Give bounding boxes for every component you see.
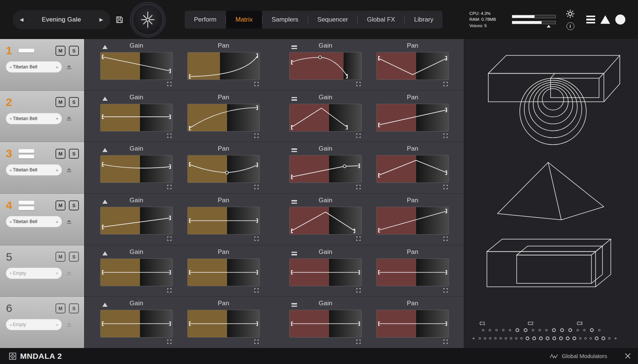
sample-selector[interactable]: ◂ Empty ▸ — [6, 268, 62, 279]
gain-curve-panel[interactable] — [100, 258, 173, 286]
eject-icon[interactable] — [66, 116, 72, 121]
pan-curve-panel[interactable] — [187, 258, 260, 286]
expand-icon[interactable] — [443, 185, 448, 189]
mute-button[interactable]: M — [55, 252, 66, 262]
tab-sequencer[interactable]: Sequencer — [308, 11, 357, 29]
expand-icon[interactable] — [254, 288, 259, 293]
triangle-lfo-icon[interactable] — [102, 200, 108, 204]
tab-library[interactable]: Library — [405, 11, 443, 29]
eject-icon[interactable] — [66, 168, 72, 173]
mute-button[interactable]: M — [55, 149, 66, 159]
expand-icon[interactable] — [254, 339, 259, 344]
expand-icon[interactable] — [167, 133, 172, 138]
bars-lfo-icon[interactable] — [291, 148, 297, 152]
mute-button[interactable]: M — [55, 46, 66, 56]
bars-lfo-icon[interactable] — [291, 303, 297, 307]
pan-curve-panel[interactable] — [376, 310, 449, 338]
bars-lfo-icon[interactable] — [291, 200, 297, 204]
sample-selector[interactable]: ◂ Empty ▸ — [6, 319, 62, 330]
triangle-lfo-icon[interactable] — [102, 303, 108, 307]
preset-next-icon[interactable]: ▶ — [96, 17, 106, 22]
tab-samplers[interactable]: Samplers — [262, 11, 308, 29]
sample-selector[interactable]: ◂ Tibetan Bell ▸ — [6, 216, 62, 227]
scroll-left-icon[interactable]: ◂ — [472, 336, 475, 341]
global-modulators-bar[interactable]: Global Modulators — [550, 352, 638, 360]
gain-curve-panel[interactable] — [100, 155, 173, 183]
gain-curve-panel[interactable] — [289, 207, 362, 235]
next-sample-icon[interactable]: ▸ — [56, 219, 58, 224]
pan-curve-panel[interactable] — [376, 155, 449, 183]
eject-icon[interactable] — [66, 322, 72, 327]
pan-curve-panel[interactable] — [376, 52, 449, 80]
gain-curve-panel[interactable] — [289, 310, 362, 338]
eject-icon[interactable] — [66, 219, 72, 224]
gain-curve-panel[interactable] — [289, 155, 362, 183]
eject-icon[interactable] — [66, 271, 72, 276]
mute-button[interactable]: M — [55, 200, 66, 210]
scroll-right-icon[interactable]: ▸ — [615, 336, 617, 341]
bars-lfo-icon[interactable] — [291, 97, 297, 101]
bars-lfo-icon[interactable] — [291, 252, 297, 255]
expand-icon[interactable] — [356, 82, 361, 86]
pan-curve-panel[interactable] — [187, 310, 260, 338]
solo-button[interactable]: S — [69, 303, 79, 313]
tab-global-fx[interactable]: Global FX — [358, 11, 405, 29]
expand-icon[interactable] — [167, 288, 172, 293]
next-sample-icon[interactable]: ▸ — [56, 322, 58, 327]
preset-name[interactable]: Evening Gale — [27, 16, 96, 23]
pan-curve-panel[interactable] — [187, 207, 260, 235]
next-sample-icon[interactable]: ▸ — [56, 271, 58, 276]
expand-icon[interactable] — [254, 236, 259, 241]
gain-curve-panel[interactable] — [100, 310, 173, 338]
triangle-lfo-icon[interactable] — [102, 45, 108, 49]
expand-icon[interactable] — [443, 288, 448, 293]
sample-selector[interactable]: ◂ Tibetan Bell ▸ — [6, 164, 62, 175]
triangle-lfo-icon[interactable] — [102, 97, 108, 101]
expand-icon[interactable] — [167, 185, 172, 189]
gain-curve-panel[interactable] — [289, 258, 362, 286]
expand-icon[interactable] — [167, 82, 172, 86]
tab-perform[interactable]: Perform — [185, 11, 226, 29]
expand-icon[interactable] — [356, 339, 361, 344]
solo-button[interactable]: S — [69, 46, 79, 56]
info-icon[interactable]: i — [567, 22, 574, 30]
meter-marker-icon[interactable] — [547, 25, 551, 28]
solo-button[interactable]: S — [69, 200, 79, 210]
mute-button[interactable]: M — [55, 303, 66, 313]
pan-curve-panel[interactable] — [187, 104, 260, 132]
sample-selector[interactable]: ◂ Tibetan Bell ▸ — [6, 113, 62, 124]
eject-icon[interactable] — [66, 65, 72, 70]
expand-icon[interactable] — [356, 236, 361, 241]
gain-curve-panel[interactable] — [100, 52, 173, 80]
expand-icon[interactable] — [443, 133, 448, 138]
expand-icon[interactable] — [254, 185, 259, 189]
expand-icon[interactable] — [443, 339, 448, 344]
expand-icon[interactable] — [167, 339, 172, 344]
pan-curve-panel[interactable] — [376, 207, 449, 235]
pan-curve-panel[interactable] — [376, 104, 449, 132]
expand-icon[interactable] — [443, 82, 448, 86]
tab-matrix[interactable]: Matrix — [226, 11, 262, 29]
save-icon[interactable] — [115, 16, 124, 24]
gain-curve-panel[interactable] — [289, 52, 362, 80]
next-sample-icon[interactable]: ▸ — [56, 65, 58, 70]
expand-icon[interactable] — [254, 82, 259, 86]
sample-selector[interactable]: ◂ Tibetan Bell ▸ — [6, 61, 62, 73]
pan-curve-panel[interactable] — [187, 52, 260, 80]
expand-icon[interactable] — [254, 133, 259, 138]
preset-prev-icon[interactable]: ◀ — [16, 17, 27, 22]
next-sample-icon[interactable]: ▸ — [56, 116, 58, 121]
mandala-star-button[interactable] — [133, 4, 163, 35]
expand-icon[interactable] — [356, 185, 361, 189]
gain-curve-panel[interactable] — [100, 207, 173, 235]
expand-icon[interactable] — [443, 236, 448, 241]
gain-curve-panel[interactable] — [100, 104, 173, 132]
triangle-lfo-icon[interactable] — [102, 251, 108, 255]
gain-curve-panel[interactable] — [289, 104, 362, 132]
expand-icon[interactable] — [356, 288, 361, 293]
solo-button[interactable]: S — [69, 252, 79, 262]
triangle-lfo-icon[interactable] — [102, 148, 108, 152]
expand-icon[interactable] — [167, 236, 172, 241]
expand-icon[interactable] — [356, 133, 361, 138]
pan-curve-panel[interactable] — [187, 155, 260, 183]
